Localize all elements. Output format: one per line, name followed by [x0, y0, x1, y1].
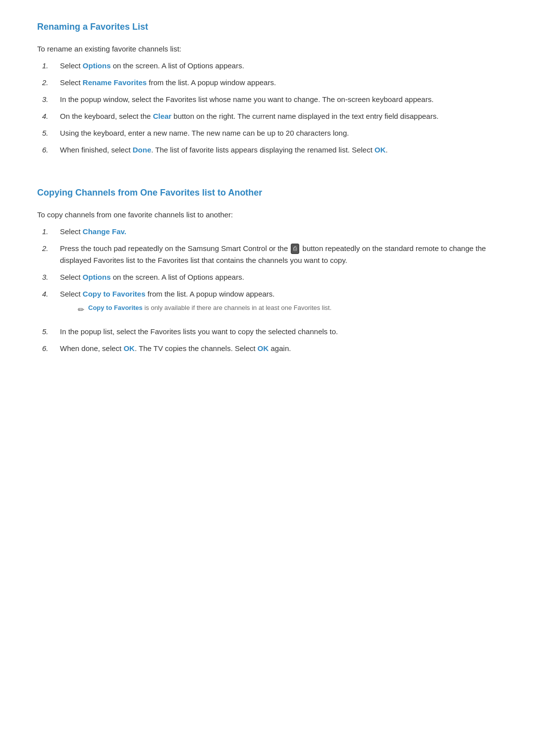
note-block: ✏ Copy to Favorites is only available if… [78, 303, 498, 316]
list-item: Select Options on the screen. A list of … [42, 271, 498, 283]
done-link: Done [133, 146, 152, 154]
list-item: When finished, select Done. The list of … [42, 144, 498, 156]
step-text: . The list of favorite lists appears dis… [151, 146, 374, 154]
list-item: Using the keyboard, enter a new name. Th… [42, 127, 498, 139]
step-1-renaming: Select Options on the screen. A list of … [60, 60, 498, 72]
step-text: When finished, select [60, 146, 133, 154]
list-item: Press the touch pad repeatedly on the Sa… [42, 243, 498, 266]
list-item: On the keyboard, select the Clear button… [42, 110, 498, 122]
list-item: When done, select OK. The TV copies the … [42, 343, 498, 354]
step-4-copying: Select Copy to Favorites from the list. … [60, 288, 498, 321]
step-text: Select [60, 61, 83, 70]
list-item: Select Copy to Favorites from the list. … [42, 288, 498, 321]
step-text: . [386, 146, 388, 154]
change-fav-link: Change Fav. [83, 227, 126, 236]
step-6-copying: When done, select OK. The TV copies the … [60, 343, 498, 354]
options-link-1: Options [83, 61, 111, 70]
step-5-renaming: Using the keyboard, enter a new name. Th… [60, 127, 498, 139]
options-link-2: Options [83, 273, 111, 281]
note-text: Copy to Favorites is only available if t… [88, 303, 331, 313]
step-text: Select [60, 227, 83, 236]
section-copying: Copying Channels from One Favorites list… [37, 186, 498, 354]
section-renaming: Renaming a Favorites List To rename an e… [37, 20, 498, 156]
rename-favorites-link: Rename Favorites [83, 78, 147, 87]
note-pencil-icon: ✏ [78, 303, 84, 316]
step-text: Press the touch pad repeatedly on the Sa… [60, 244, 290, 252]
step-text: When done, select [60, 344, 123, 353]
step-text: Select [60, 273, 83, 281]
step-text: Select [60, 290, 83, 298]
ok-link-2: OK [123, 344, 135, 353]
list-item: Select Options on the screen. A list of … [42, 60, 498, 72]
ok-link-1: OK [374, 146, 386, 154]
step-text: on the screen. A list of Options appears… [111, 61, 244, 70]
copy-to-favorites-link: Copy to Favorites [83, 290, 146, 298]
remote-button-icon: ⎙ [291, 244, 299, 254]
step-text: In the popup window, select the Favorite… [60, 95, 433, 103]
intro-copying: To copy channels from one favorite chann… [37, 209, 498, 221]
steps-renaming: Select Options on the screen. A list of … [37, 60, 498, 156]
step-text: from the list. A popup window appears. [146, 290, 275, 298]
steps-copying: Select Change Fav. Press the touch pad r… [37, 226, 498, 355]
step-text: . The TV copies the channels. Select [135, 344, 258, 353]
step-2-renaming: Select Rename Favorites from the list. A… [60, 77, 498, 89]
list-item: In the popup list, select the Favorites … [42, 326, 498, 338]
step-text: from the list. A popup window appears. [147, 78, 276, 87]
step-4-renaming: On the keyboard, select the Clear button… [60, 110, 498, 122]
list-item: Select Rename Favorites from the list. A… [42, 77, 498, 89]
intro-renaming: To rename an existing favorite channels … [37, 43, 498, 55]
step-text: button on the right. The current name di… [171, 112, 438, 120]
step-1-copying: Select Change Fav. [60, 226, 498, 238]
step-2-copying: Press the touch pad repeatedly on the Sa… [60, 243, 498, 266]
step-3-renaming: In the popup window, select the Favorite… [60, 94, 498, 105]
list-item: Select Change Fav. [42, 226, 498, 238]
clear-link: Clear [153, 112, 172, 120]
step-6-renaming: When finished, select Done. The list of … [60, 144, 498, 156]
section-title-copying: Copying Channels from One Favorites list… [37, 186, 498, 202]
section-title-renaming: Renaming a Favorites List [37, 20, 498, 36]
list-item: In the popup window, select the Favorite… [42, 94, 498, 105]
step-5-copying: In the popup list, select the Favorites … [60, 326, 498, 338]
step-text: In the popup list, select the Favorites … [60, 327, 338, 336]
step-text: Using the keyboard, enter a new name. Th… [60, 129, 349, 137]
note-highlight: Copy to Favorites [88, 304, 143, 311]
step-text: On the keyboard, select the [60, 112, 153, 120]
step-text: on the screen. A list of Options appears… [111, 273, 244, 281]
ok-link-3: OK [258, 344, 269, 353]
section-spacer [37, 176, 498, 186]
step-3-copying: Select Options on the screen. A list of … [60, 271, 498, 283]
step-text: Select [60, 78, 83, 87]
step-text: again. [268, 344, 291, 353]
